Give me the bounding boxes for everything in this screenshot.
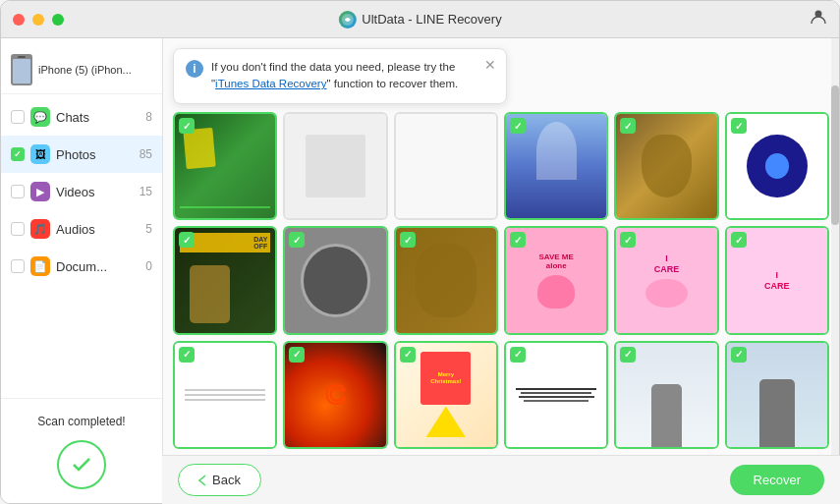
minimize-button[interactable] (32, 14, 44, 26)
audios-checkbox[interactable] (11, 222, 25, 236)
photos-count: 85 (140, 147, 152, 161)
window-controls (13, 14, 64, 26)
device-item[interactable]: iPhone (5) (iPhon... (1, 46, 162, 94)
docs-count: 0 (145, 259, 152, 273)
item-check[interactable]: ✓ (510, 232, 526, 248)
item-image (285, 114, 385, 218)
back-chevron-icon (198, 475, 206, 486)
grid-item[interactable]: ✓ ICARE (614, 226, 718, 334)
item-check[interactable]: ✓ (510, 347, 526, 363)
grid-item[interactable]: ✓ (504, 112, 608, 220)
audios-icon: 🎵 (30, 219, 50, 239)
scan-check-icon (57, 440, 106, 489)
item-check[interactable]: ✓ (400, 232, 416, 248)
sidebar-item-chats[interactable]: 💬 Chats 8 (1, 98, 162, 136)
item-check[interactable]: ✓ (731, 232, 747, 248)
chats-label: Chats (56, 110, 145, 125)
sidebar-item-videos[interactable]: ▶ Videos 15 (1, 173, 162, 210)
docs-icon: 📄 (30, 256, 50, 276)
grid-item[interactable]: ✓ MerryChristmas! (394, 341, 498, 449)
grid-item[interactable]: ✓ C (283, 341, 387, 449)
main-layout: iPhone (5) (iPhon... 💬 Chats 8 🖼 Photos … (1, 38, 839, 504)
sidebar: iPhone (5) (iPhon... 💬 Chats 8 🖼 Photos … (1, 38, 163, 504)
item-check[interactable]: ✓ (510, 118, 526, 134)
videos-count: 15 (140, 185, 152, 198)
item-check[interactable]: ✓ (620, 118, 636, 134)
scrollbar-thumb[interactable] (831, 85, 839, 226)
videos-label: Videos (56, 185, 140, 199)
chats-checkbox[interactable] (11, 110, 25, 124)
item-check[interactable]: ✓ (289, 347, 305, 363)
maximize-button[interactable] (52, 14, 64, 26)
app-icon (338, 11, 356, 28)
app-title: UltData - LINE Recovery (338, 11, 501, 28)
item-check[interactable]: ✓ (179, 347, 195, 363)
videos-checkbox[interactable] (11, 185, 25, 198)
videos-icon: ▶ (30, 182, 50, 201)
item-check[interactable]: ✓ (400, 347, 416, 363)
content-area: i If you don't find the data you need, p… (163, 38, 839, 504)
grid-item[interactable]: ✓ (725, 341, 829, 449)
grid-item[interactable] (394, 112, 498, 220)
photos-label: Photos (56, 147, 140, 162)
docs-label: Docum... (56, 259, 145, 274)
item-check[interactable]: ✓ (731, 347, 747, 363)
grid-item[interactable]: ✓ (725, 112, 829, 220)
grid-item[interactable]: ✓ ICARE (725, 226, 829, 334)
chats-count: 8 (145, 110, 152, 124)
item-check[interactable]: ✓ (620, 347, 636, 363)
grid-item[interactable]: ✓ (173, 341, 277, 449)
tooltip-text: If you don't find the data you need, ple… (211, 59, 494, 93)
item-check[interactable]: ✓ (731, 118, 747, 134)
photos-checkbox[interactable] (11, 147, 25, 161)
photo-grid: ✓ (163, 38, 839, 504)
grid-item[interactable]: ✓ (504, 341, 608, 449)
scan-complete-section: Scan completed! (1, 398, 162, 504)
item-image (396, 114, 496, 218)
device-label: iPhone (5) (iPhon... (38, 64, 132, 76)
audios-count: 5 (145, 222, 152, 236)
grid-item[interactable]: ✓ (283, 226, 387, 334)
grid-item[interactable]: ✓ (173, 112, 277, 220)
info-icon: i (186, 60, 203, 78)
recover-label: Recover (754, 473, 801, 487)
titlebar: UltData - LINE Recovery (1, 1, 839, 38)
sidebar-item-photos[interactable]: 🖼 Photos 85 (1, 136, 162, 173)
docs-checkbox[interactable] (11, 259, 25, 273)
scan-complete-text: Scan completed! (17, 415, 146, 428)
grid-item[interactable]: ✓ (614, 112, 718, 220)
item-check[interactable]: ✓ (179, 118, 195, 134)
grid-item[interactable]: ✓ DAYOFF (173, 226, 277, 334)
grid-item[interactable]: ✓ (394, 226, 498, 334)
recover-button[interactable]: Recover (730, 465, 824, 495)
grid-item[interactable] (283, 112, 387, 220)
chats-icon: 💬 (30, 107, 50, 127)
close-icon[interactable]: ✕ (484, 57, 496, 73)
back-button[interactable]: Back (178, 464, 261, 496)
back-label: Back (212, 473, 241, 487)
user-icon[interactable] (810, 8, 827, 30)
item-check[interactable]: ✓ (620, 232, 636, 248)
sidebar-item-documents[interactable]: 📄 Docum... 0 (1, 248, 162, 285)
tooltip-link[interactable]: iTunes Data Recovery (215, 78, 326, 89)
grid-item[interactable]: ✓ (614, 341, 718, 449)
bottom-bar: Back Recover (162, 455, 840, 504)
app-title-text: UltData - LINE Recovery (362, 12, 501, 27)
tooltip-banner: i If you don't find the data you need, p… (173, 48, 507, 104)
scrollbar[interactable] (831, 38, 839, 504)
item-check[interactable]: ✓ (179, 232, 195, 248)
close-button[interactable] (13, 14, 25, 26)
grid-item[interactable]: ✓ SAVE MEalone (504, 226, 608, 334)
sidebar-item-audios[interactable]: 🎵 Audios 5 (1, 210, 162, 248)
photos-icon: 🖼 (30, 144, 50, 164)
audios-label: Audios (56, 222, 145, 237)
item-check[interactable]: ✓ (289, 232, 305, 248)
